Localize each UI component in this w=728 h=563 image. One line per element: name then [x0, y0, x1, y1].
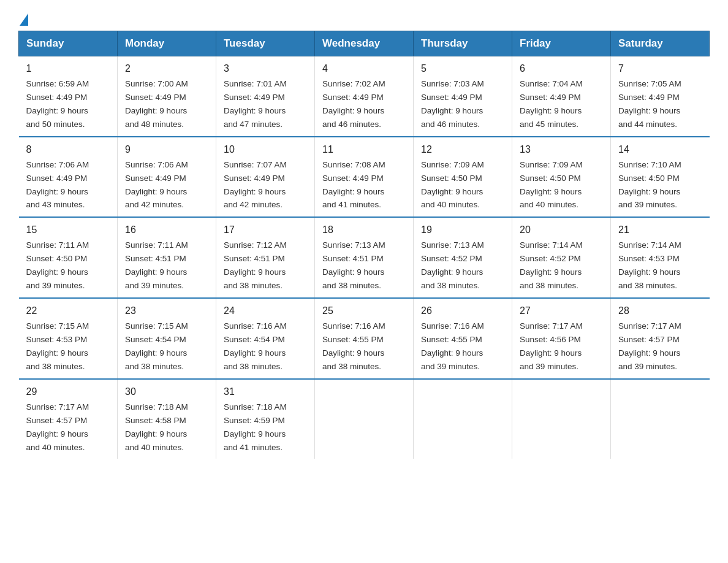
calendar-cell: 18Sunrise: 7:13 AMSunset: 4:51 PMDayligh…: [315, 217, 414, 298]
day-info: Sunrise: 7:05 AMSunset: 4:49 PMDaylight:…: [618, 79, 681, 129]
day-number: 15: [26, 223, 110, 237]
day-number: 16: [125, 223, 208, 237]
day-number: 4: [322, 61, 406, 76]
day-number: 8: [26, 142, 110, 157]
day-number: 18: [322, 223, 406, 237]
day-info: Sunrise: 7:06 AMSunset: 4:49 PMDaylight:…: [26, 160, 89, 210]
day-number: 10: [224, 142, 307, 157]
calendar-cell: 5Sunrise: 7:03 AMSunset: 4:49 PMDaylight…: [414, 56, 512, 137]
day-info: Sunrise: 7:11 AMSunset: 4:50 PMDaylight:…: [26, 240, 89, 290]
page-header: [18, 12, 710, 25]
calendar-cell: 6Sunrise: 7:04 AMSunset: 4:49 PMDaylight…: [512, 56, 611, 137]
week-row-2: 8Sunrise: 7:06 AMSunset: 4:49 PMDaylight…: [19, 137, 710, 218]
week-row-3: 15Sunrise: 7:11 AMSunset: 4:50 PMDayligh…: [19, 217, 710, 298]
calendar-cell: 3Sunrise: 7:01 AMSunset: 4:49 PMDaylight…: [216, 56, 315, 137]
day-info: Sunrise: 7:17 AMSunset: 4:57 PMDaylight:…: [26, 402, 89, 452]
weekday-header-saturday: Saturday: [611, 31, 710, 56]
calendar-cell: 2Sunrise: 7:00 AMSunset: 4:49 PMDaylight…: [118, 56, 216, 137]
weekday-header-monday: Monday: [118, 31, 216, 56]
day-number: 3: [224, 61, 307, 76]
day-info: Sunrise: 7:16 AMSunset: 4:55 PMDaylight:…: [322, 321, 385, 371]
day-info: Sunrise: 7:15 AMSunset: 4:53 PMDaylight:…: [26, 321, 89, 371]
calendar-cell: 20Sunrise: 7:14 AMSunset: 4:52 PMDayligh…: [512, 217, 611, 298]
calendar-cell: 10Sunrise: 7:07 AMSunset: 4:49 PMDayligh…: [216, 137, 315, 218]
calendar-cell: 28Sunrise: 7:17 AMSunset: 4:57 PMDayligh…: [611, 298, 710, 379]
day-number: 9: [125, 142, 208, 157]
calendar-table: SundayMondayTuesdayWednesdayThursdayFrid…: [18, 31, 710, 459]
calendar-cell: 16Sunrise: 7:11 AMSunset: 4:51 PMDayligh…: [118, 217, 216, 298]
week-row-5: 29Sunrise: 7:17 AMSunset: 4:57 PMDayligh…: [19, 379, 710, 459]
day-number: 14: [618, 142, 702, 157]
weekday-header-tuesday: Tuesday: [216, 31, 315, 56]
calendar-cell: [414, 379, 512, 459]
calendar-cell: 22Sunrise: 7:15 AMSunset: 4:53 PMDayligh…: [19, 298, 118, 379]
calendar-cell: 30Sunrise: 7:18 AMSunset: 4:58 PMDayligh…: [118, 379, 216, 459]
day-info: Sunrise: 7:18 AMSunset: 4:59 PMDaylight:…: [224, 402, 287, 452]
calendar-cell: 17Sunrise: 7:12 AMSunset: 4:51 PMDayligh…: [216, 217, 315, 298]
calendar-cell: 1Sunrise: 6:59 AMSunset: 4:49 PMDaylight…: [19, 56, 118, 137]
day-number: 30: [125, 385, 208, 399]
day-number: 1: [26, 61, 110, 76]
day-number: 27: [520, 304, 603, 318]
calendar-cell: [315, 379, 414, 459]
weekday-header-friday: Friday: [512, 31, 611, 56]
day-number: 28: [618, 304, 702, 318]
calendar-cell: 27Sunrise: 7:17 AMSunset: 4:56 PMDayligh…: [512, 298, 611, 379]
weekday-header-row: SundayMondayTuesdayWednesdayThursdayFrid…: [19, 31, 710, 56]
day-info: Sunrise: 7:11 AMSunset: 4:51 PMDaylight:…: [125, 240, 188, 290]
calendar-cell: 9Sunrise: 7:06 AMSunset: 4:49 PMDaylight…: [118, 137, 216, 218]
day-number: 25: [322, 304, 406, 318]
day-info: Sunrise: 7:10 AMSunset: 4:50 PMDaylight:…: [618, 160, 681, 210]
calendar-cell: 12Sunrise: 7:09 AMSunset: 4:50 PMDayligh…: [414, 137, 512, 218]
day-number: 17: [224, 223, 307, 237]
weekday-header-thursday: Thursday: [414, 31, 512, 56]
day-number: 26: [421, 304, 504, 318]
day-number: 5: [421, 61, 504, 76]
calendar-cell: 19Sunrise: 7:13 AMSunset: 4:52 PMDayligh…: [414, 217, 512, 298]
calendar-cell: 4Sunrise: 7:02 AMSunset: 4:49 PMDaylight…: [315, 56, 414, 137]
day-info: Sunrise: 6:59 AMSunset: 4:49 PMDaylight:…: [26, 79, 89, 129]
day-info: Sunrise: 7:09 AMSunset: 4:50 PMDaylight:…: [421, 160, 484, 210]
day-number: 21: [618, 223, 702, 237]
day-info: Sunrise: 7:16 AMSunset: 4:55 PMDaylight:…: [421, 321, 484, 371]
day-info: Sunrise: 7:13 AMSunset: 4:52 PMDaylight:…: [421, 240, 484, 290]
calendar-cell: 25Sunrise: 7:16 AMSunset: 4:55 PMDayligh…: [315, 298, 414, 379]
calendar-cell: [512, 379, 611, 459]
calendar-cell: 26Sunrise: 7:16 AMSunset: 4:55 PMDayligh…: [414, 298, 512, 379]
calendar-cell: 24Sunrise: 7:16 AMSunset: 4:54 PMDayligh…: [216, 298, 315, 379]
day-info: Sunrise: 7:17 AMSunset: 4:56 PMDaylight:…: [520, 321, 583, 371]
week-row-4: 22Sunrise: 7:15 AMSunset: 4:53 PMDayligh…: [19, 298, 710, 379]
day-info: Sunrise: 7:18 AMSunset: 4:58 PMDaylight:…: [125, 402, 188, 452]
calendar-cell: 14Sunrise: 7:10 AMSunset: 4:50 PMDayligh…: [611, 137, 710, 218]
calendar-cell: 15Sunrise: 7:11 AMSunset: 4:50 PMDayligh…: [19, 217, 118, 298]
day-number: 2: [125, 61, 208, 76]
calendar-header: SundayMondayTuesdayWednesdayThursdayFrid…: [19, 31, 710, 56]
day-info: Sunrise: 7:09 AMSunset: 4:50 PMDaylight:…: [520, 160, 583, 210]
day-number: 12: [421, 142, 504, 157]
day-number: 24: [224, 304, 307, 318]
day-info: Sunrise: 7:15 AMSunset: 4:54 PMDaylight:…: [125, 321, 188, 371]
day-number: 20: [520, 223, 603, 237]
day-info: Sunrise: 7:07 AMSunset: 4:49 PMDaylight:…: [224, 160, 287, 210]
calendar-cell: 21Sunrise: 7:14 AMSunset: 4:53 PMDayligh…: [611, 217, 710, 298]
day-number: 29: [26, 385, 110, 399]
calendar-cell: 7Sunrise: 7:05 AMSunset: 4:49 PMDaylight…: [611, 56, 710, 137]
logo-triangle-icon: [20, 13, 28, 26]
day-info: Sunrise: 7:14 AMSunset: 4:52 PMDaylight:…: [520, 240, 583, 290]
day-info: Sunrise: 7:03 AMSunset: 4:49 PMDaylight:…: [421, 79, 484, 129]
week-row-1: 1Sunrise: 6:59 AMSunset: 4:49 PMDaylight…: [19, 56, 710, 137]
day-number: 19: [421, 223, 504, 237]
day-info: Sunrise: 7:02 AMSunset: 4:49 PMDaylight:…: [322, 79, 385, 129]
day-info: Sunrise: 7:00 AMSunset: 4:49 PMDaylight:…: [125, 79, 188, 129]
day-info: Sunrise: 7:08 AMSunset: 4:49 PMDaylight:…: [322, 160, 385, 210]
day-info: Sunrise: 7:01 AMSunset: 4:49 PMDaylight:…: [224, 79, 287, 129]
day-number: 22: [26, 304, 110, 318]
day-number: 11: [322, 142, 406, 157]
day-info: Sunrise: 7:14 AMSunset: 4:53 PMDaylight:…: [618, 240, 681, 290]
day-info: Sunrise: 7:17 AMSunset: 4:57 PMDaylight:…: [618, 321, 681, 371]
calendar-cell: [611, 379, 710, 459]
calendar-cell: 23Sunrise: 7:15 AMSunset: 4:54 PMDayligh…: [118, 298, 216, 379]
day-info: Sunrise: 7:06 AMSunset: 4:49 PMDaylight:…: [125, 160, 188, 210]
day-number: 6: [520, 61, 603, 76]
logo: [18, 12, 29, 25]
